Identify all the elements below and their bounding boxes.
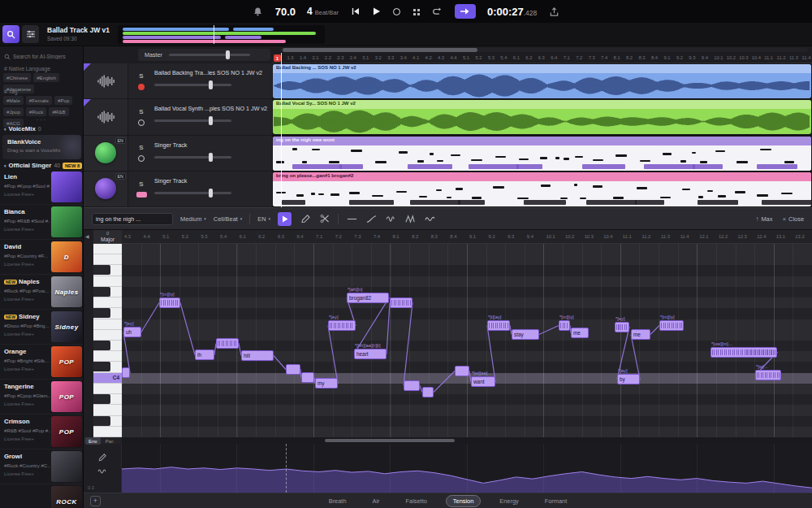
volume-slider[interactable] xyxy=(154,119,231,122)
piano-key-c4[interactable]: C4 xyxy=(93,373,122,384)
note[interactable]: *[w]... xyxy=(755,370,781,380)
piano-key-d4[interactable] xyxy=(93,351,122,362)
solo-button[interactable]: S xyxy=(139,144,143,151)
record-button[interactable] xyxy=(391,6,403,18)
note[interactable]: *[uw][m]... xyxy=(710,347,777,358)
project-info[interactable]: Ballad Track JW v1 Saved 09:30 xyxy=(47,26,110,41)
singer-card[interactable]: Tangerine#Pop #Cpop #Glam...License Free… xyxy=(0,380,84,415)
mixer-toggle-button[interactable] xyxy=(22,25,39,43)
count-in-grid-icon[interactable] xyxy=(411,6,423,18)
language-dropdown[interactable]: EN▾ xyxy=(257,215,270,223)
note[interactable] xyxy=(286,364,300,375)
singer-card[interactable]: Bianca#Pop #R&B #Soul #...License Free+ xyxy=(0,205,84,240)
piano-key-b4[interactable] xyxy=(93,254,122,265)
master-volume-slider[interactable] xyxy=(169,54,250,56)
note[interactable]: heart*[hh][aa][r][t] xyxy=(354,349,387,359)
share-upload-icon[interactable] xyxy=(548,6,560,18)
note[interactable]: *[m][iy] xyxy=(559,320,570,331)
piano-key-a3[interactable] xyxy=(93,405,122,415)
note[interactable]: me xyxy=(631,329,650,340)
record-arm-button[interactable] xyxy=(138,155,145,162)
note[interactable] xyxy=(422,387,434,397)
tag-chip[interactable]: #Pop xyxy=(54,96,72,105)
blankvoice-card[interactable]: BlankVoice Drag to start a VoiceMix xyxy=(2,135,81,159)
key-signature-cell[interactable]: 0 Major xyxy=(93,230,122,244)
track-header[interactable]: SBallad Backing Tra...les SOS NO 1 JW v2 xyxy=(84,63,272,99)
piano-key-gs3[interactable] xyxy=(93,416,122,427)
clip-region[interactable]: bring on please...gan#1 brogan#2 xyxy=(273,172,811,206)
track-icon-cell[interactable] xyxy=(84,99,128,134)
singer-card[interactable]: ROCK xyxy=(0,484,84,508)
editor-scrollbar[interactable] xyxy=(122,437,812,444)
zigzag-tool-icon[interactable] xyxy=(404,213,417,225)
singer-card[interactable]: NEWNaples#Rock #Pop #Pow...License Free+… xyxy=(0,275,84,310)
slider-handle[interactable] xyxy=(209,153,213,162)
freehand-tool-icon[interactable] xyxy=(424,213,436,225)
tag-chip[interactable]: #Rock xyxy=(26,107,47,116)
solo-button[interactable]: S xyxy=(139,72,143,80)
wave-curve-tool-icon[interactable] xyxy=(97,467,108,476)
note[interactable]: ih xyxy=(195,350,214,360)
solo-button[interactable]: S xyxy=(139,180,143,188)
scissors-tool-icon[interactable] xyxy=(318,213,330,225)
track-header[interactable]: ENSSinger Track xyxy=(84,172,272,207)
singer-card[interactable]: David#Pop #Country #F...License Free+D xyxy=(0,240,84,275)
param-tab-air[interactable]: Air xyxy=(365,495,387,507)
close-editor-button[interactable]: ×Close xyxy=(782,215,804,223)
preview-play-button[interactable] xyxy=(278,212,292,226)
editor-ruler[interactable]: 4.34.45.15.25.35.46.16.26.36.47.17.27.37… xyxy=(122,230,812,244)
note[interactable]: by*[ay] xyxy=(617,374,640,384)
maximize-editor-button[interactable]: ↑Max xyxy=(755,215,772,223)
note[interactable] xyxy=(301,372,314,383)
note[interactable]: uh*[ey] xyxy=(123,327,141,337)
tag-chip[interactable]: #Chinese xyxy=(3,73,31,82)
record-arm-button[interactable] xyxy=(138,119,145,126)
note[interactable] xyxy=(122,367,130,378)
piano-key-f4[interactable] xyxy=(93,319,122,330)
draw-curve-tool-icon[interactable] xyxy=(97,452,108,462)
volume-slider[interactable] xyxy=(154,192,231,194)
record-arm-button[interactable] xyxy=(138,84,145,90)
piano-key-as3[interactable] xyxy=(93,394,122,405)
sine-tool-icon[interactable] xyxy=(385,213,397,225)
time-signature[interactable]: 4 Beat/Bar xyxy=(307,6,339,17)
voicemix-section-header[interactable]: ▾ VoiceMix 0 xyxy=(4,125,41,132)
expand-tags-button[interactable]: ··· xyxy=(0,118,84,123)
singer-voice-avatar[interactable] xyxy=(95,178,116,199)
tab-par[interactable]: Par. xyxy=(102,437,118,445)
parameter-curve-area[interactable] xyxy=(122,444,812,493)
piano-key-g4[interactable] xyxy=(93,297,122,308)
note-grid[interactable]: uh*[ey]*[m][iy]ihhillmy*[ey]brogan82*[ah… xyxy=(122,244,812,437)
curve-tool-icon[interactable] xyxy=(365,213,378,225)
param-tab-energy[interactable]: Energy xyxy=(492,495,525,507)
singer-card[interactable]: Crimson#R&B #Soul #Pop #...License Free+… xyxy=(0,415,84,449)
singer-card[interactable]: Growl#Rock #Country #C...License Free+ xyxy=(0,449,84,484)
arrangement-overview[interactable] xyxy=(118,25,325,44)
skip-to-start-button[interactable] xyxy=(350,6,362,18)
track-icon-cell[interactable] xyxy=(84,63,128,98)
note[interactable]: *[t][ay] xyxy=(487,320,510,331)
tempo-display[interactable]: 70.0 xyxy=(275,6,296,18)
track-header[interactable]: ENSSinger Track xyxy=(84,136,272,172)
singer-voice-avatar[interactable] xyxy=(95,142,116,163)
marker-flag[interactable]: 1 xyxy=(274,54,281,62)
note[interactable]: want*[w][aa]... xyxy=(471,376,495,387)
master-channel[interactable]: Master xyxy=(138,49,270,61)
piano-key-c5[interactable] xyxy=(93,244,122,254)
singer-library-button[interactable] xyxy=(2,25,19,43)
note[interactable]: hill xyxy=(241,350,274,361)
tag-chip[interactable]: #Male xyxy=(3,96,24,105)
lyric-input[interactable] xyxy=(92,213,173,225)
singer-card[interactable]: Lien#Pop #Kpop #Soul #...License Free+ xyxy=(0,170,84,205)
play-button[interactable] xyxy=(370,6,382,18)
line-tool-icon[interactable] xyxy=(346,213,358,225)
param-tab-breath[interactable]: Breath xyxy=(322,495,354,507)
track-color-chip[interactable] xyxy=(136,192,147,198)
tag-chip[interactable]: #English xyxy=(33,73,59,82)
track-icon-cell[interactable]: EN xyxy=(84,172,128,206)
go-to-playhead-button[interactable] xyxy=(455,4,476,19)
tab-env[interactable]: Env xyxy=(85,437,101,445)
clip-region[interactable]: ing on the nigh owe wont xyxy=(273,137,811,171)
timeline-ruler[interactable]: 1.21.31.42.12.22.32.43.13.23.33.44.14.24… xyxy=(272,53,812,63)
note[interactable]: my xyxy=(315,378,338,389)
